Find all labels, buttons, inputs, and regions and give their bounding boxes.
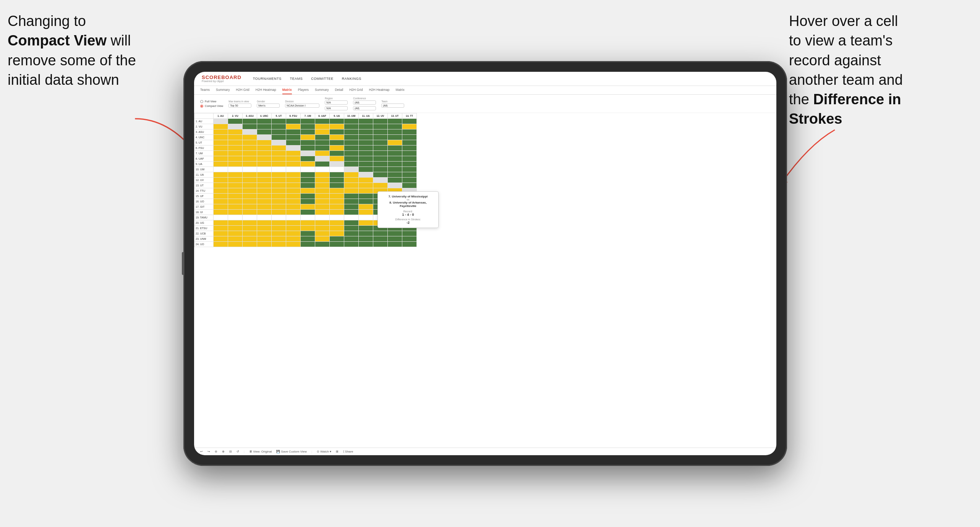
subnav-players[interactable]: Players bbox=[298, 88, 309, 94]
matrix-cell[interactable] bbox=[301, 140, 315, 145]
matrix-cell[interactable] bbox=[272, 178, 286, 183]
matrix-cell[interactable] bbox=[214, 178, 228, 183]
subnav-h2hgrid2[interactable]: H2H Grid bbox=[349, 88, 363, 94]
matrix-cell[interactable] bbox=[402, 242, 417, 247]
matrix-cell[interactable] bbox=[315, 199, 330, 204]
matrix-cell[interactable] bbox=[228, 215, 243, 220]
matrix-cell[interactable] bbox=[402, 236, 417, 242]
matrix-cell[interactable] bbox=[286, 226, 301, 231]
matrix-cell[interactable] bbox=[344, 231, 359, 236]
toolbar-zoom-out[interactable]: ⊖ bbox=[215, 450, 217, 453]
matrix-cell[interactable] bbox=[243, 172, 257, 178]
matrix-cell[interactable] bbox=[286, 140, 301, 145]
matrix-cell[interactable] bbox=[359, 204, 373, 210]
matrix-cell[interactable] bbox=[228, 135, 243, 140]
matrix-cell[interactable] bbox=[257, 145, 272, 151]
matrix-cell[interactable] bbox=[373, 183, 388, 188]
matrix-cell[interactable] bbox=[373, 236, 388, 242]
matrix-cell[interactable] bbox=[286, 199, 301, 204]
matrix-cell[interactable] bbox=[330, 140, 344, 145]
matrix-cell[interactable] bbox=[330, 199, 344, 204]
matrix-cell[interactable] bbox=[373, 151, 388, 156]
matrix-cell[interactable] bbox=[243, 199, 257, 204]
matrix-cell[interactable] bbox=[388, 119, 402, 124]
matrix-cell[interactable] bbox=[214, 172, 228, 178]
matrix-cell[interactable] bbox=[228, 178, 243, 183]
matrix-cell[interactable] bbox=[315, 215, 330, 220]
matrix-cell[interactable] bbox=[286, 220, 301, 226]
matrix-cell[interactable] bbox=[301, 210, 315, 215]
matrix-cell[interactable] bbox=[373, 172, 388, 178]
matrix-cell[interactable] bbox=[359, 194, 373, 199]
matrix-cell[interactable] bbox=[373, 167, 388, 172]
matrix-cell[interactable] bbox=[243, 162, 257, 167]
subnav-h2hheatmap[interactable]: H2H Heatmap bbox=[256, 88, 276, 94]
matrix-cell[interactable] bbox=[214, 162, 228, 167]
matrix-cell[interactable] bbox=[388, 183, 402, 188]
matrix-cell[interactable] bbox=[373, 156, 388, 162]
matrix-cell[interactable] bbox=[330, 178, 344, 183]
matrix-cell[interactable] bbox=[344, 236, 359, 242]
matrix-cell[interactable] bbox=[257, 183, 272, 188]
matrix-cell[interactable] bbox=[214, 129, 228, 135]
matrix-cell[interactable] bbox=[344, 188, 359, 194]
matrix-cell[interactable] bbox=[214, 210, 228, 215]
matrix-cell[interactable] bbox=[257, 167, 272, 172]
matrix-cell[interactable] bbox=[359, 236, 373, 242]
division-select[interactable]: NCAA Division I bbox=[285, 103, 319, 108]
matrix-cell[interactable] bbox=[257, 172, 272, 178]
matrix-cell[interactable] bbox=[301, 194, 315, 199]
matrix-cell[interactable] bbox=[373, 129, 388, 135]
matrix-cell[interactable] bbox=[257, 210, 272, 215]
subnav-matrix[interactable]: Matrix bbox=[282, 88, 292, 94]
matrix-cell[interactable] bbox=[301, 151, 315, 156]
full-view-option[interactable]: Full View bbox=[200, 100, 223, 103]
matrix-cell[interactable] bbox=[301, 188, 315, 194]
matrix-cell[interactable] bbox=[228, 151, 243, 156]
matrix-cell[interactable] bbox=[286, 188, 301, 194]
matrix-cell[interactable] bbox=[257, 151, 272, 156]
matrix-cell[interactable] bbox=[330, 129, 344, 135]
matrix-cell[interactable] bbox=[344, 226, 359, 231]
matrix-cell[interactable] bbox=[286, 210, 301, 215]
matrix-cell[interactable] bbox=[301, 135, 315, 140]
matrix-cell[interactable] bbox=[402, 162, 417, 167]
matrix-cell[interactable] bbox=[402, 140, 417, 145]
matrix-cell[interactable] bbox=[286, 183, 301, 188]
matrix-cell[interactable] bbox=[402, 145, 417, 151]
matrix-cell[interactable] bbox=[272, 220, 286, 226]
matrix-cell[interactable] bbox=[286, 135, 301, 140]
matrix-cell[interactable] bbox=[344, 145, 359, 151]
matrix-cell[interactable] bbox=[359, 162, 373, 167]
matrix-cell[interactable] bbox=[214, 199, 228, 204]
matrix-cell[interactable] bbox=[344, 151, 359, 156]
matrix-cell[interactable] bbox=[214, 236, 228, 242]
matrix-cell[interactable] bbox=[243, 156, 257, 162]
matrix-cell[interactable] bbox=[272, 194, 286, 199]
toolbar-redo[interactable]: ↪ bbox=[207, 450, 210, 453]
matrix-cell[interactable] bbox=[315, 242, 330, 247]
conference-select2[interactable]: (All) bbox=[353, 106, 376, 110]
subnav-teams[interactable]: Teams bbox=[200, 88, 210, 94]
matrix-cell[interactable] bbox=[243, 135, 257, 140]
matrix-cell[interactable] bbox=[402, 183, 417, 188]
matrix-scroll-area[interactable]: 1. AU 2. VU 3. ASU 4. UNC 5. UT 6. FSU 7… bbox=[194, 113, 776, 448]
matrix-cell[interactable] bbox=[388, 151, 402, 156]
matrix-cell[interactable] bbox=[373, 231, 388, 236]
matrix-cell[interactable] bbox=[344, 140, 359, 145]
matrix-cell[interactable] bbox=[257, 231, 272, 236]
matrix-cell[interactable] bbox=[359, 210, 373, 215]
matrix-cell[interactable] bbox=[257, 194, 272, 199]
matrix-cell[interactable] bbox=[315, 140, 330, 145]
matrix-cell[interactable] bbox=[388, 124, 402, 129]
matrix-cell[interactable] bbox=[301, 162, 315, 167]
matrix-cell[interactable] bbox=[301, 119, 315, 124]
matrix-cell[interactable] bbox=[344, 183, 359, 188]
matrix-cell[interactable] bbox=[344, 135, 359, 140]
subnav-detail[interactable]: Detail bbox=[335, 88, 343, 94]
gender-select[interactable]: Men's bbox=[257, 103, 280, 108]
matrix-cell[interactable] bbox=[315, 194, 330, 199]
matrix-cell[interactable] bbox=[214, 124, 228, 129]
matrix-cell[interactable] bbox=[373, 145, 388, 151]
matrix-cell[interactable] bbox=[228, 124, 243, 129]
